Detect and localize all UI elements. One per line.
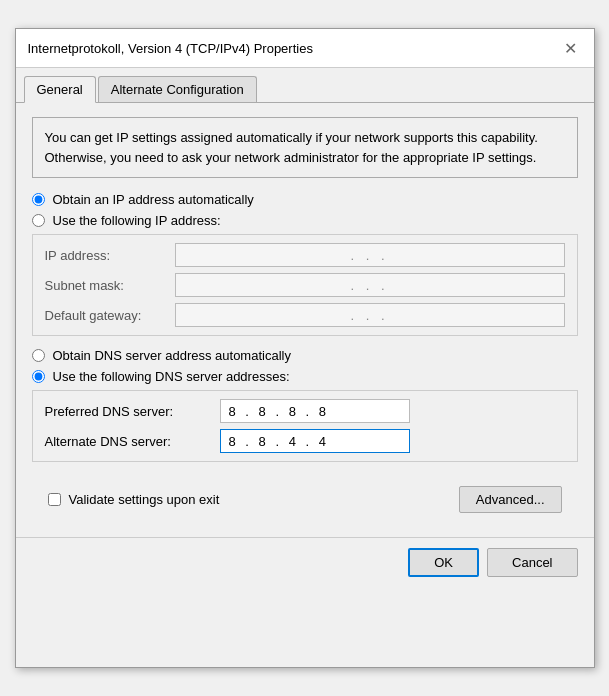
advanced-button[interactable]: Advanced... <box>459 486 562 513</box>
ip-address-row: IP address: . . . <box>45 243 565 267</box>
manual-ip-radio[interactable] <box>32 214 45 227</box>
auto-ip-radio[interactable] <box>32 193 45 206</box>
preferred-dns-row: Preferred DNS server: 8 . 8 . 8 . 8 <box>45 399 565 423</box>
dns-fields-box: Preferred DNS server: 8 . 8 . 8 . 8 Alte… <box>32 390 578 462</box>
ip-address-label: IP address: <box>45 248 175 263</box>
main-content: You can get IP settings assigned automat… <box>16 103 594 537</box>
tab-general[interactable]: General <box>24 76 96 103</box>
subnet-mask-label: Subnet mask: <box>45 278 175 293</box>
validate-checkbox[interactable] <box>48 493 61 506</box>
manual-dns-option[interactable]: Use the following DNS server addresses: <box>32 369 578 384</box>
ip-section: Obtain an IP address automatically Use t… <box>32 192 578 336</box>
ok-button[interactable]: OK <box>408 548 479 577</box>
manual-ip-label[interactable]: Use the following IP address: <box>53 213 221 228</box>
tab-alternate-configuration[interactable]: Alternate Configuration <box>98 76 257 102</box>
bottom-bar: Validate settings upon exit Advanced... <box>32 476 578 523</box>
auto-dns-label[interactable]: Obtain DNS server address automatically <box>53 348 291 363</box>
subnet-mask-input[interactable]: . . . <box>175 273 565 297</box>
dns-section: Obtain DNS server address automatically … <box>32 348 578 462</box>
ip-fields-box: IP address: . . . Subnet mask: . . . Def… <box>32 234 578 336</box>
auto-ip-label[interactable]: Obtain an IP address automatically <box>53 192 254 207</box>
alternate-dns-input[interactable]: 8 . 8 . 4 . 4 <box>220 429 410 453</box>
default-gateway-row: Default gateway: . . . <box>45 303 565 327</box>
preferred-dns-label: Preferred DNS server: <box>45 404 220 419</box>
auto-dns-option[interactable]: Obtain DNS server address automatically <box>32 348 578 363</box>
dialog-window: Internetprotokoll, Version 4 (TCP/IPv4) … <box>15 28 595 668</box>
dialog-buttons: OK Cancel <box>16 537 594 591</box>
validate-checkbox-row[interactable]: Validate settings upon exit <box>48 492 459 507</box>
title-bar: Internetprotokoll, Version 4 (TCP/IPv4) … <box>16 29 594 68</box>
close-button[interactable]: ✕ <box>560 37 582 59</box>
manual-dns-radio[interactable] <box>32 370 45 383</box>
subnet-mask-row: Subnet mask: . . . <box>45 273 565 297</box>
tab-bar: General Alternate Configuration <box>16 68 594 103</box>
window-title: Internetprotokoll, Version 4 (TCP/IPv4) … <box>28 41 313 56</box>
manual-ip-option[interactable]: Use the following IP address: <box>32 213 578 228</box>
auto-dns-radio[interactable] <box>32 349 45 362</box>
ip-address-input[interactable]: . . . <box>175 243 565 267</box>
preferred-dns-input[interactable]: 8 . 8 . 8 . 8 <box>220 399 410 423</box>
description-text: You can get IP settings assigned automat… <box>32 117 578 178</box>
alternate-dns-row: Alternate DNS server: 8 . 8 . 4 . 4 <box>45 429 565 453</box>
validate-label[interactable]: Validate settings upon exit <box>69 492 220 507</box>
cancel-button[interactable]: Cancel <box>487 548 577 577</box>
alternate-dns-label: Alternate DNS server: <box>45 434 220 449</box>
default-gateway-label: Default gateway: <box>45 308 175 323</box>
manual-dns-label[interactable]: Use the following DNS server addresses: <box>53 369 290 384</box>
auto-ip-option[interactable]: Obtain an IP address automatically <box>32 192 578 207</box>
default-gateway-input[interactable]: . . . <box>175 303 565 327</box>
